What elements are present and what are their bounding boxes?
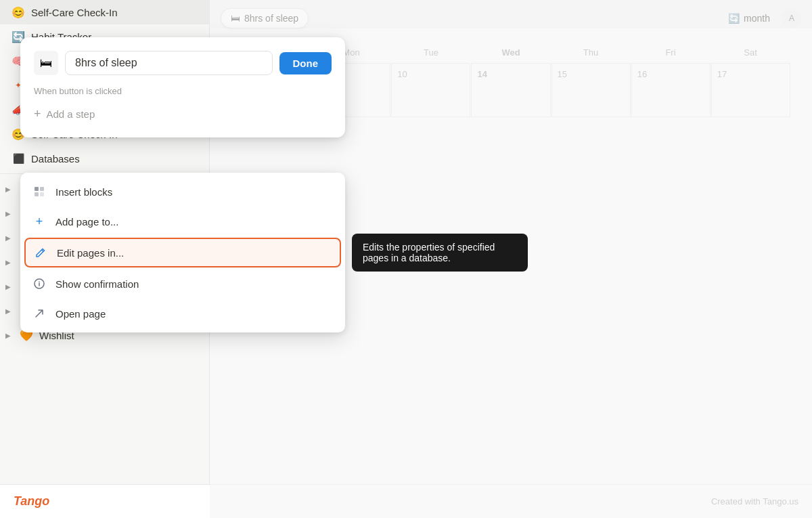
chevron-icon: ▶ bbox=[3, 184, 14, 194]
plus-icon: + bbox=[34, 107, 41, 121]
chevron-icon: ▶ bbox=[3, 208, 14, 219]
done-button[interactable]: Done bbox=[279, 52, 332, 74]
button-icon-box[interactable]: 🛏 bbox=[34, 51, 58, 75]
chevron-icon: ▶ bbox=[3, 330, 14, 341]
menu-item-add-page-to[interactable]: + Add page to... bbox=[20, 207, 345, 236]
bed-icon-modal: 🛏 bbox=[40, 56, 52, 70]
menu-item-insert-blocks[interactable]: Insert blocks bbox=[20, 177, 345, 207]
menu-item-edit-pages-in[interactable]: Edit pages in... bbox=[24, 238, 341, 267]
add-page-icon: + bbox=[31, 213, 47, 230]
insert-blocks-icon bbox=[31, 184, 47, 200]
smiley-icon: 😊 bbox=[11, 5, 26, 20]
svg-rect-3 bbox=[40, 192, 44, 196]
button-editor-modal: 🛏 Done When button is clicked + Add a st… bbox=[20, 37, 345, 137]
chevron-icon: ▶ bbox=[3, 305, 14, 316]
chevron-icon: ▶ bbox=[3, 281, 14, 292]
chevron-icon: ▶ bbox=[3, 232, 14, 243]
when-clicked-label: When button is clicked bbox=[34, 86, 332, 96]
confirmation-icon bbox=[31, 276, 47, 292]
svg-rect-2 bbox=[35, 192, 39, 196]
menu-item-open-page[interactable]: Open page bbox=[20, 299, 345, 328]
menu-item-label: Add page to... bbox=[55, 216, 118, 228]
menu-item-label: Show confirmation bbox=[55, 278, 139, 290]
sidebar-item-label: Self-Care Check-In bbox=[31, 7, 118, 18]
menu-item-label: Insert blocks bbox=[55, 186, 112, 198]
menu-item-label: Open page bbox=[55, 308, 106, 320]
button-editor-header: 🛏 Done bbox=[34, 51, 332, 75]
open-page-icon bbox=[31, 305, 47, 322]
chevron-icon: ▶ bbox=[3, 257, 14, 267]
tooltip: Edits the properties of specified pages … bbox=[352, 234, 528, 272]
tooltip-text: Edits the properties of specified pages … bbox=[363, 242, 495, 263]
edit-pages-icon bbox=[32, 244, 49, 261]
database-icon: ⬛ bbox=[11, 151, 26, 166]
menu-item-show-confirmation[interactable]: Show confirmation bbox=[20, 269, 345, 299]
button-name-input[interactable] bbox=[65, 51, 273, 75]
svg-rect-1 bbox=[40, 187, 44, 191]
dropdown-menu: Insert blocks + Add page to... Edit page… bbox=[20, 173, 345, 332]
tango-logo-container: Tango bbox=[14, 494, 49, 509]
sidebar-item-self-care-1[interactable]: 😊 Self-Care Check-In bbox=[0, 0, 209, 24]
add-step-label: Add a step bbox=[47, 108, 95, 120]
menu-item-label: Edit pages in... bbox=[57, 247, 124, 259]
sidebar-item-databases[interactable]: ⬛ Databases bbox=[0, 146, 209, 171]
svg-point-5 bbox=[39, 281, 40, 282]
add-step-row[interactable]: + Add a step bbox=[34, 104, 332, 124]
tango-logo: Tango bbox=[14, 494, 49, 508]
sidebar-item-label: Databases bbox=[31, 153, 80, 165]
svg-rect-0 bbox=[35, 187, 39, 191]
